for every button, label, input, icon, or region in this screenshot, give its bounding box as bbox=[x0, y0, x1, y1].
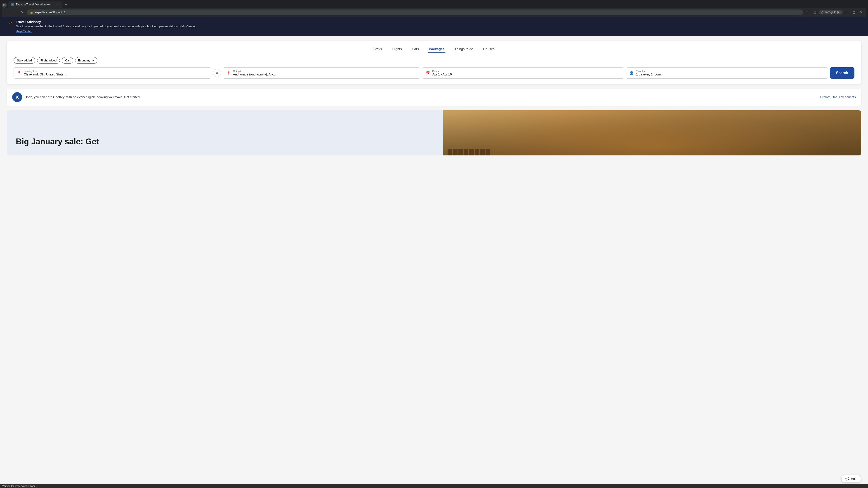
beach-chair bbox=[453, 149, 458, 156]
beach-chair bbox=[475, 149, 479, 156]
tab-stays[interactable]: Stays bbox=[373, 45, 383, 53]
search-nav-tabs: Stays Flights Cars Packages Things to do… bbox=[13, 45, 855, 53]
split-screen-button[interactable]: □ bbox=[811, 9, 818, 15]
incognito-label: Incognito (2) bbox=[825, 11, 840, 14]
beach-chair bbox=[447, 149, 452, 156]
beach-chairs-decoration bbox=[443, 128, 861, 156]
onekey-avatar: K bbox=[12, 92, 22, 102]
onekey-banner: K John, you can earn OneKeyCash on every… bbox=[7, 89, 861, 106]
svg-rect-1 bbox=[4, 4, 5, 5]
svg-rect-3 bbox=[4, 5, 5, 6]
flight-added-pill[interactable]: Flight added bbox=[37, 57, 60, 64]
hero-section: Big January sale: Get bbox=[7, 110, 861, 156]
warning-icon: ⚠ bbox=[9, 20, 13, 25]
leaving-from-field[interactable]: 📍 Leaving from Cleveland, OH, United Sta… bbox=[13, 67, 211, 78]
svg-rect-0 bbox=[3, 4, 4, 5]
hero-title: Big January sale: Get bbox=[16, 137, 434, 147]
hero-text: Big January sale: Get bbox=[7, 110, 443, 156]
lock-icon: 🔒 bbox=[30, 11, 33, 14]
chevron-down-icon: ▼ bbox=[92, 59, 95, 62]
beach-chair bbox=[486, 149, 490, 156]
tab-close-button[interactable]: ✕ bbox=[56, 3, 60, 6]
advisory-text: Due to winter weather in the United Stat… bbox=[16, 25, 196, 28]
restore-button[interactable]: ◻ bbox=[851, 9, 857, 15]
tab-title: Expedia Travel: Vacation Home... bbox=[16, 3, 54, 6]
search-fields: 📍 Leaving from Cleveland, OH, United Sta… bbox=[13, 67, 855, 78]
travelers-content: Travelers 1 traveler, 1 room bbox=[636, 70, 661, 76]
tab-switcher[interactable] bbox=[2, 3, 7, 8]
leaving-from-label: Leaving from bbox=[24, 70, 66, 72]
address-text: expedia.com/?logout=1 bbox=[35, 11, 800, 14]
dates-content: Dates Apr 1 - Apr 19 bbox=[432, 70, 452, 76]
incognito-badge[interactable]: 🥷 Incognito (2) bbox=[819, 10, 843, 14]
beach-chair bbox=[464, 149, 468, 156]
advisory-banner: ⚠ Travel Advisory Due to winter weather … bbox=[0, 17, 868, 36]
address-bar[interactable]: 🔒 expedia.com/?logout=1 bbox=[27, 9, 803, 15]
back-button[interactable]: ← bbox=[4, 9, 10, 15]
incognito-icon: 🥷 bbox=[821, 11, 825, 14]
travelers-value: 1 traveler, 1 room bbox=[636, 72, 661, 76]
forward-button[interactable]: → bbox=[11, 9, 18, 15]
beach-chair bbox=[458, 149, 463, 156]
status-bar: Waiting for www.expedia.com... bbox=[0, 484, 868, 488]
tab-packages[interactable]: Packages bbox=[428, 45, 445, 53]
travelers-label: Travelers bbox=[636, 70, 661, 72]
new-tab-button[interactable]: + bbox=[63, 1, 69, 8]
browser-chrome: E Expedia Travel: Vacation Home... ✕ + ←… bbox=[0, 0, 868, 17]
dates-value: Apr 1 - Apr 19 bbox=[432, 72, 452, 76]
tab-favicon: E bbox=[11, 3, 14, 6]
swap-button[interactable]: ⇄ bbox=[213, 69, 221, 77]
close-window-button[interactable]: ✕ bbox=[858, 9, 864, 15]
filter-pills: Stay added Flight added Car Economy ▼ bbox=[13, 57, 855, 64]
bookmark-button[interactable]: ☆ bbox=[804, 9, 811, 15]
search-button[interactable]: Search bbox=[830, 67, 855, 78]
going-to-label: Going to bbox=[233, 70, 276, 72]
beach-chair bbox=[469, 149, 474, 156]
advisory-title: Travel Advisory bbox=[16, 20, 196, 24]
active-tab[interactable]: E Expedia Travel: Vacation Home... ✕ bbox=[8, 1, 62, 8]
tab-flights[interactable]: Flights bbox=[391, 45, 403, 53]
from-to-wrapper: 📍 Leaving from Cleveland, OH, United Sta… bbox=[13, 67, 420, 78]
tab-cars[interactable]: Cars bbox=[411, 45, 420, 53]
help-label: Help bbox=[851, 477, 857, 481]
reload-button[interactable]: ✕ bbox=[19, 9, 25, 15]
economy-dropdown[interactable]: Economy ▼ bbox=[75, 57, 97, 64]
travelers-field[interactable]: 👤 Travelers 1 traveler, 1 room bbox=[626, 67, 828, 78]
svg-rect-2 bbox=[3, 5, 4, 6]
economy-label: Economy bbox=[78, 59, 90, 62]
leaving-from-content: Leaving from Cleveland, OH, United State… bbox=[24, 70, 66, 76]
person-icon: 👤 bbox=[629, 71, 634, 75]
car-pill[interactable]: Car bbox=[62, 57, 73, 64]
onekey-message: John, you can earn OneKeyCash on every e… bbox=[25, 95, 817, 99]
beach-chair bbox=[480, 149, 485, 156]
advisory-help-link[interactable]: Help Center bbox=[16, 30, 31, 33]
browser-toolbar: ← → ✕ 🔒 expedia.com/?logout=1 ☆ □ 🥷 Inco… bbox=[2, 8, 866, 17]
location-from-icon: 📍 bbox=[17, 71, 22, 75]
help-chat-icon: 💬 bbox=[845, 477, 849, 481]
location-to-icon: 📍 bbox=[226, 71, 231, 75]
dates-label: Dates bbox=[432, 70, 452, 72]
minimize-button[interactable]: ― bbox=[844, 9, 850, 15]
toolbar-icons: ☆ □ 🥷 Incognito (2) ― ◻ ✕ bbox=[804, 9, 864, 15]
stay-added-pill[interactable]: Stay added bbox=[13, 57, 35, 64]
explore-onekey-link[interactable]: Explore One Key benefits bbox=[820, 95, 856, 99]
page-content: ⚠ Travel Advisory Due to winter weather … bbox=[0, 17, 868, 156]
tab-bar: E Expedia Travel: Vacation Home... ✕ + bbox=[2, 1, 866, 8]
leaving-from-value: Cleveland, OH, United State... bbox=[24, 72, 66, 76]
status-text: Waiting for www.expedia.com... bbox=[2, 485, 37, 487]
advisory-content: Travel Advisory Due to winter weather in… bbox=[16, 20, 196, 33]
going-to-value: Anchorage (and vicinity), Ala... bbox=[233, 72, 276, 76]
hero-image bbox=[443, 110, 861, 156]
going-to-field[interactable]: 📍 Going to Anchorage (and vicinity), Ala… bbox=[223, 67, 421, 78]
help-button[interactable]: 💬 Help bbox=[841, 475, 861, 483]
tab-things-to-do[interactable]: Things to do bbox=[454, 45, 474, 53]
search-container: Stays Flights Cars Packages Things to do… bbox=[7, 41, 861, 84]
tab-cruises[interactable]: Cruises bbox=[482, 45, 495, 53]
dates-field[interactable]: 📅 Dates Apr 1 - Apr 19 bbox=[422, 67, 624, 78]
calendar-icon: 📅 bbox=[426, 71, 430, 75]
going-to-content: Going to Anchorage (and vicinity), Ala..… bbox=[233, 70, 276, 76]
